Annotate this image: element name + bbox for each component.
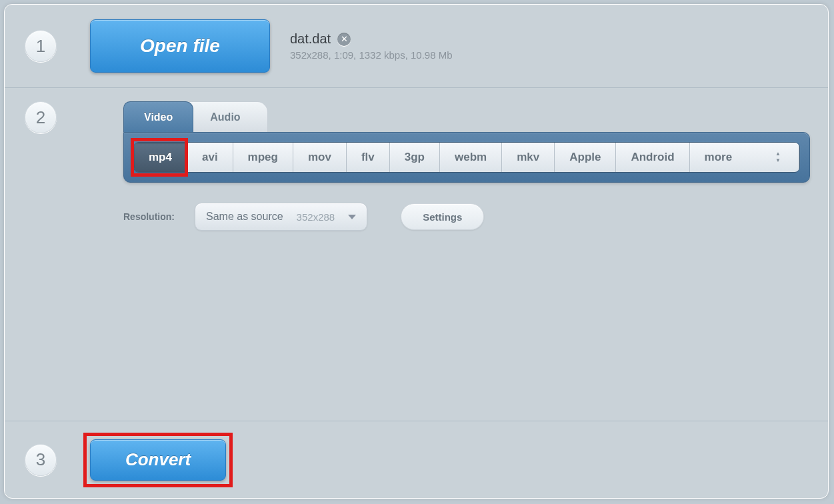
format-more[interactable]: more ▲▼: [690, 143, 799, 172]
format-flv[interactable]: flv: [347, 143, 390, 172]
format-bar-container: mp4 avi mpeg mov flv 3gp webm mkv Apple …: [123, 132, 810, 183]
sort-icon: ▲▼: [772, 150, 784, 165]
step-2-badge: 2: [25, 101, 57, 133]
format-mpeg[interactable]: mpeg: [233, 143, 293, 172]
output-options-row: Resolution: Same as source 352x288 Setti…: [123, 203, 810, 231]
format-webm[interactable]: webm: [440, 143, 502, 172]
resolution-dropdown[interactable]: Same as source 352x288: [195, 203, 367, 231]
format-mkv[interactable]: mkv: [502, 143, 555, 172]
resolution-dims: 352x288: [297, 211, 335, 223]
format-3gp[interactable]: 3gp: [390, 143, 440, 172]
converter-panel: 1 Open file dat.dat ✕ 352x288, 1:09, 133…: [4, 4, 829, 499]
convert-button[interactable]: Convert: [90, 439, 226, 481]
file-info: dat.dat ✕ 352x288, 1:09, 1332 kbps, 10.9…: [290, 31, 453, 61]
settings-button[interactable]: Settings: [401, 203, 484, 230]
tab-audio[interactable]: Audio: [189, 101, 267, 132]
remove-file-icon[interactable]: ✕: [337, 33, 351, 46]
file-name: dat.dat: [290, 31, 331, 47]
file-meta: 352x288, 1:09, 1332 kbps, 10.98 Mb: [290, 49, 453, 61]
format-more-label: more: [705, 151, 733, 164]
format-panel: Video Audio mp4 avi mpeg mov flv 3gp web…: [123, 101, 810, 231]
format-bar: mp4 avi mpeg mov flv 3gp webm mkv Apple …: [133, 142, 800, 173]
step-1-section: 1 Open file dat.dat ✕ 352x288, 1:09, 133…: [5, 5, 828, 88]
step-3-section: 3 Convert: [5, 421, 828, 498]
step-2-section: 2 Video Audio mp4 avi mpeg mov flv 3gp w…: [5, 88, 828, 421]
format-apple[interactable]: Apple: [555, 143, 616, 172]
step-1-badge: 1: [25, 30, 57, 62]
chevron-down-icon: [348, 215, 356, 219]
format-mov[interactable]: mov: [293, 143, 347, 172]
format-android[interactable]: Android: [616, 143, 689, 172]
media-tabs: Video Audio: [123, 101, 810, 132]
open-file-button[interactable]: Open file: [90, 19, 270, 73]
resolution-selected: Same as source: [206, 211, 283, 223]
format-mp4[interactable]: mp4: [134, 143, 187, 172]
resolution-label: Resolution:: [123, 211, 175, 222]
step-3-badge: 3: [25, 444, 57, 476]
tab-video[interactable]: Video: [123, 101, 193, 132]
format-avi[interactable]: avi: [187, 143, 233, 172]
